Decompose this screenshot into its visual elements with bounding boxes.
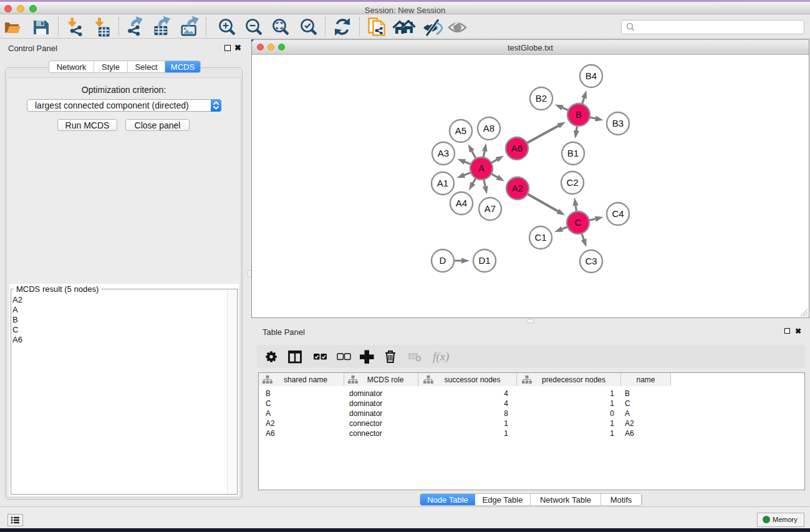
svg-text:C1: C1 <box>534 232 546 243</box>
svg-text:B3: B3 <box>612 118 624 128</box>
svg-text:C4: C4 <box>612 208 624 219</box>
svg-text:B4: B4 <box>586 70 597 81</box>
svg-text:A2: A2 <box>512 183 523 193</box>
svg-text:A: A <box>478 163 485 173</box>
svg-text:A3: A3 <box>438 148 449 158</box>
svg-text:A8: A8 <box>483 123 494 133</box>
svg-text:A5: A5 <box>455 125 466 136</box>
svg-text:A7: A7 <box>485 203 496 214</box>
svg-text:C2: C2 <box>566 177 578 188</box>
svg-text:A6: A6 <box>511 143 523 153</box>
svg-text:B: B <box>576 109 582 120</box>
svg-text:C3: C3 <box>585 256 597 266</box>
svg-text:f(x): f(x) <box>433 350 449 364</box>
svg-text:C: C <box>575 217 582 228</box>
svg-text:B1: B1 <box>567 148 579 158</box>
svg-text:B2: B2 <box>536 93 547 104</box>
svg-text:A1: A1 <box>437 178 448 188</box>
svg-text:A4: A4 <box>456 198 467 208</box>
svg-text:D: D <box>440 255 446 266</box>
svg-text:D1: D1 <box>478 255 490 266</box>
